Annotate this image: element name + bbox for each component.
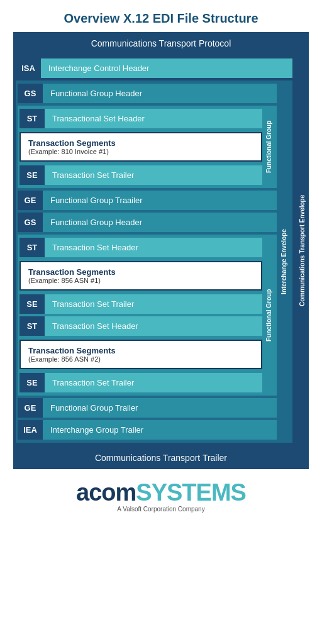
logo-sub: A Valsoft Corporation Company	[117, 506, 204, 513]
iea-badge: IEA	[18, 420, 43, 440]
fg1-se-badge: SE	[19, 165, 45, 185]
fg2-ge-row: GE Functional Group Trailer	[18, 398, 277, 418]
comm-transport-header: Communications Transport Protocol	[13, 32, 309, 55]
fg2-seg1-box: Transaction Segments (Example: 856 ASN #…	[19, 261, 262, 291]
interchange-envelope-label: Interchange Envelope	[277, 82, 291, 441]
fg2-seg1-title: Transaction Segments	[28, 267, 116, 277]
fg2-st1-row: ST Transaction Set Header	[19, 238, 262, 257]
fg2-seg2-box: Transaction Segments (Example: 856 ASN #…	[19, 340, 262, 369]
fg2-wrap: ST Transaction Set Header Transaction Se…	[18, 235, 277, 396]
cte-label: Communications Transport Envelope	[295, 55, 309, 447]
page-title: Overview X.12 EDI File Structure	[57, 0, 264, 32]
fg1-se-row: SE Transaction Set Trailer	[19, 165, 262, 185]
fg2-st2-row: ST Transaction Set Header	[19, 316, 262, 336]
fg1-st-row: ST Transactional Set Header	[19, 109, 262, 128]
fg1-ge-label: Functional Group Traailer	[43, 191, 277, 210]
interchange-envelope: GS Functional Group Header ST Transactio…	[16, 80, 292, 443]
iea-label: Interchange Group Trailer	[43, 420, 277, 440]
fg1-gs-row: GS Functional Group Header	[18, 84, 277, 103]
fg1-gs-label: Functional Group Header	[43, 84, 277, 103]
logo: acomSYSTEMS	[76, 480, 246, 504]
fg1-st-label: Transactional Set Header	[45, 109, 262, 128]
fg2-st1-badge: ST	[19, 238, 45, 257]
logo-acom: acom	[76, 479, 136, 506]
comm-transport-footer: Communications Transport Trailer	[13, 447, 309, 469]
diagram-wrapper: Communications Transport Protocol ISA In…	[13, 32, 309, 469]
isa-row: ISA Interchange Control Header	[16, 58, 292, 78]
fg1-ge-row: GE Functional Group Traailer	[18, 191, 277, 210]
fg1-inner: ST Transactional Set Header Transaction …	[19, 108, 262, 186]
fg2-st1-label: Transaction Set Header	[45, 238, 262, 257]
fg1-seg-title: Transaction Segments	[28, 138, 116, 148]
fg1-wrap: ST Transactional Set Header Transaction …	[18, 106, 277, 188]
fg2-inner: ST Transaction Set Header Transaction Se…	[19, 236, 262, 394]
fg2-seg2-title: Transaction Segments	[28, 346, 116, 355]
iea-row: IEA Interchange Group Trailer	[18, 420, 277, 440]
ie-inner: GS Functional Group Header ST Transactio…	[18, 82, 277, 441]
fg1-ge-badge: GE	[18, 191, 43, 210]
isa-label: Interchange Control Header	[41, 58, 292, 78]
fg2-st2-badge: ST	[19, 316, 45, 336]
fg2-gs-badge: GS	[18, 213, 43, 232]
fg2-se1-badge: SE	[19, 294, 45, 314]
logo-area: acomSYSTEMS A Valsoft Corporation Compan…	[70, 469, 252, 519]
fg2-se2-badge: SE	[19, 373, 45, 392]
fg2-label: Functional Group	[262, 236, 275, 394]
logo-systems: SYSTEMS	[136, 479, 246, 506]
fg2-seg1-example: (Example: 856 ASN #1)	[28, 277, 101, 284]
fg2-ge-badge: GE	[18, 398, 43, 418]
fg2-se1-label: Transaction Set Trailer	[45, 294, 262, 314]
fg2-seg2-example: (Example: 856 ASN #2)	[28, 355, 101, 363]
fg1-se-label: Transaction Set Trailer	[45, 165, 262, 185]
fg1-seg-box: Transaction Segments (Example: 810 Invoi…	[19, 132, 262, 162]
fg2-se2-label: Transaction Set Trailer	[45, 373, 262, 392]
fg1-label: Functional Group	[262, 108, 275, 186]
fg2-se2-row: SE Transaction Set Trailer	[19, 373, 262, 392]
fg1-gs-badge: GS	[18, 84, 43, 103]
fg2-ge-label: Functional Group Trailer	[43, 398, 277, 418]
fg1-seg-example: (Example: 810 Invoice #1)	[28, 148, 109, 155]
fg1-st-badge: ST	[19, 109, 45, 128]
isa-badge: ISA	[16, 58, 41, 78]
fg2-se1-row: SE Transaction Set Trailer	[19, 294, 262, 314]
fg2-gs-row: GS Functional Group Header	[18, 213, 277, 232]
fg2-st2-label: Transaction Set Header	[45, 316, 262, 336]
fg2-gs-label: Functional Group Header	[43, 213, 277, 232]
